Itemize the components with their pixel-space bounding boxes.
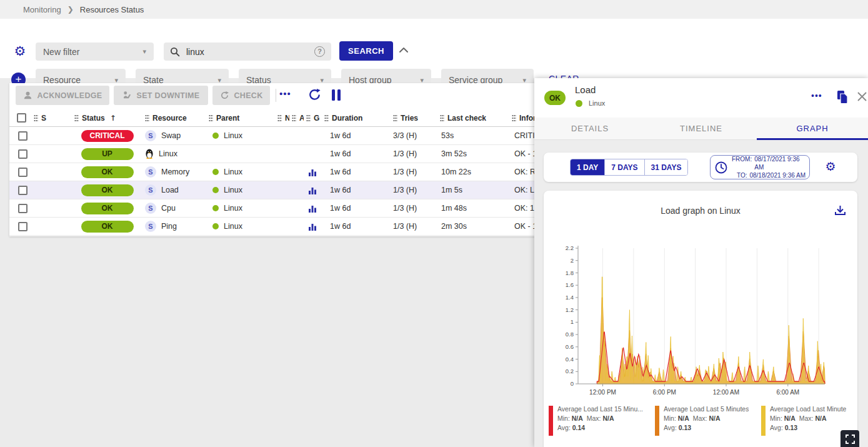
legend-max-value: N/A (602, 414, 614, 422)
column-header-last-check[interactable]: Last check (437, 114, 509, 123)
resource-name: Linux (159, 149, 177, 158)
column-header-resource[interactable]: Resource (142, 114, 206, 123)
column-header-severity[interactable]: S (31, 114, 72, 123)
sort-asc-icon[interactable]: ↑ (110, 114, 116, 123)
export-download-icon[interactable] (834, 204, 846, 216)
tries-cell: 1/3 (H) (391, 204, 437, 213)
saved-filter-select[interactable]: New filter ▾ (36, 43, 154, 61)
pause-icon[interactable] (331, 89, 342, 101)
panel-tab-graph[interactable]: GRAPH (757, 118, 868, 139)
svg-text:12:00 PM: 12:00 PM (589, 389, 616, 396)
breadcrumb-resources-status[interactable]: Resources Status (80, 5, 144, 14)
drag-handle-icon[interactable] (34, 114, 38, 121)
time-range-button[interactable]: 7 DAYS (605, 159, 644, 175)
drag-handle-icon[interactable] (324, 114, 329, 121)
clock-icon (714, 161, 728, 174)
status-badge: OK (81, 166, 134, 178)
acknowledge-button[interactable]: ACKNOWLEDGE (16, 86, 109, 105)
select-all-checkbox[interactable] (17, 113, 26, 123)
breadcrumb-monitoring[interactable]: Monitoring (23, 5, 61, 14)
legend-color-bar (761, 406, 766, 436)
legend-series-name: Average Load Last 15 Minu... (557, 404, 643, 414)
drag-handle-icon[interactable] (74, 114, 79, 121)
legend-avg-value: 0.14 (572, 424, 585, 431)
time-range-button[interactable]: 1 DAY (571, 159, 605, 175)
to-value: 08/18/2021 9:36 AM (749, 171, 806, 179)
load-graph-chart[interactable]: 00.20.40.60.811.21.41.61.822.212:00 PM6:… (556, 243, 845, 401)
date-range-picker[interactable]: FROM:08/17/2021 9:36 AM TO:08/18/2021 9:… (710, 155, 810, 179)
saved-filter-value: New filter (43, 47, 79, 57)
column-header-action[interactable]: A (289, 114, 304, 123)
search-input[interactable]: linux ? (164, 43, 331, 61)
resource-name: Memory (161, 168, 189, 176)
service-type-icon: S (145, 130, 156, 141)
legend-color-bar (549, 406, 553, 436)
column-header-notes[interactable]: N (275, 114, 289, 123)
graph-chart-icon[interactable] (309, 186, 317, 194)
downtime-worker-icon (122, 91, 132, 100)
row-checkbox[interactable] (18, 186, 27, 195)
resource-name: Swap (161, 131, 181, 140)
drag-handle-icon[interactable] (512, 114, 516, 121)
legend-item[interactable]: Average Load Last 5 Minutes Min: N/A Max… (655, 404, 756, 436)
graph-chart-icon[interactable] (309, 223, 317, 231)
column-header-parent[interactable]: Parent (206, 114, 275, 123)
check-button[interactable]: CHECK (212, 86, 270, 105)
time-range-button[interactable]: 31 DAYS (645, 159, 688, 175)
row-checkbox[interactable] (18, 204, 27, 213)
panel-tab-details[interactable]: DETAILS (534, 118, 646, 139)
toolbar-divider (276, 89, 276, 102)
refresh-icon[interactable] (307, 88, 322, 102)
column-header-status[interactable]: Status↑ (72, 114, 142, 123)
last-check-cell: 1m 5s (437, 186, 509, 194)
graph-chart-icon[interactable] (309, 168, 317, 176)
parent-status-dot (212, 169, 219, 175)
legend-max-label: Max: (587, 414, 601, 422)
chevron-down-icon: ▾ (142, 48, 146, 56)
drag-handle-icon[interactable] (440, 114, 444, 121)
drag-handle-icon[interactable] (393, 114, 397, 121)
panel-more-actions-icon[interactable]: ••• (811, 91, 822, 101)
drag-handle-icon[interactable] (209, 114, 213, 121)
set-downtime-button[interactable]: SET DOWNTIME (114, 86, 208, 105)
copy-link-icon[interactable] (836, 90, 849, 104)
drag-handle-icon[interactable] (292, 114, 296, 121)
parent-name: Linux (224, 168, 242, 176)
resource-name: Load (161, 186, 179, 194)
drag-handle-icon[interactable] (306, 114, 311, 121)
more-actions-icon[interactable]: ••• (279, 88, 291, 99)
row-checkbox[interactable] (18, 149, 27, 159)
search-button[interactable]: SEARCH (339, 41, 393, 61)
host-status-dot (576, 100, 582, 107)
parent-status-dot (212, 133, 219, 139)
graph-chart-icon[interactable] (309, 204, 317, 213)
legend-min-label: Min: (664, 414, 676, 422)
column-header-graph[interactable]: G (304, 114, 322, 123)
last-check-cell: 10m 22s (437, 168, 509, 176)
legend-item[interactable]: Average Load Last 15 Minu... Min: N/A Ma… (549, 404, 650, 436)
graph-title: Load graph on Linux (544, 206, 857, 216)
row-checkbox[interactable] (18, 222, 27, 231)
fullscreen-icon[interactable] (841, 430, 859, 447)
filter-settings-gear-icon[interactable]: ⚙ (12, 44, 27, 59)
check-refresh-icon (220, 91, 229, 100)
svg-text:1.4: 1.4 (566, 294, 574, 301)
parent-status-dot (212, 223, 219, 229)
legend-max-label: Max: (693, 414, 707, 422)
help-icon[interactable]: ? (314, 46, 325, 57)
legend-min-value: N/A (678, 414, 689, 422)
collapse-filters-chevron-up-icon[interactable] (399, 47, 409, 53)
panel-tab-timeline[interactable]: TIMELINE (646, 118, 757, 139)
legend-min-value: N/A (572, 414, 583, 422)
row-checkbox[interactable] (18, 168, 27, 177)
time-range-group: 1 DAY 7 DAYS 31 DAYS (570, 159, 688, 176)
close-panel-icon[interactable] (857, 91, 867, 102)
drag-handle-icon[interactable] (277, 114, 282, 121)
graph-settings-gear-icon[interactable]: ⚙ (824, 159, 837, 173)
search-value: linux (186, 47, 308, 57)
drag-handle-icon[interactable] (145, 114, 149, 121)
svg-text:12:00 AM: 12:00 AM (713, 389, 739, 396)
row-checkbox[interactable] (18, 131, 27, 141)
column-header-tries[interactable]: Tries (391, 114, 437, 123)
column-header-duration[interactable]: Duration (322, 114, 391, 123)
